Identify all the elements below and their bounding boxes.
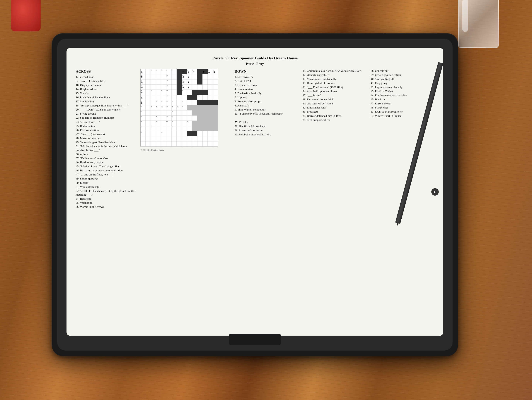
clue-across-50: 50. Elderly	[76, 181, 135, 185]
clue-across-28: 28. Maker of watches	[76, 136, 135, 140]
svg-rect-46	[187, 95, 192, 100]
across-clues-panel: ACROSS 1. Perched upon 8. Historical dat…	[76, 69, 135, 209]
svg-text:17: 17	[140, 80, 142, 81]
clue-across-51: 51. Very unfortunate	[76, 185, 135, 189]
svg-text:28: 28	[140, 95, 142, 97]
svg-text:47: 47	[140, 116, 142, 117]
clue-across-20: 20. "___ Town" (1938 Pulitzer winner)	[76, 108, 135, 111]
svg-text:26: 26	[166, 90, 168, 91]
svg-text:54: 54	[172, 121, 173, 122]
svg-text:39: 39	[156, 106, 157, 107]
clue-down-1: 1. Soft sweaters	[234, 75, 298, 79]
navigation-dot[interactable]	[431, 188, 439, 196]
clue-across-16: 16. Plant that yields emollient	[76, 96, 135, 99]
svg-rect-55	[192, 121, 218, 131]
clue-across-40: 40. Hard to read, maybe	[76, 160, 135, 164]
svg-text:52: 52	[156, 121, 157, 122]
clue-down-48: 48. Star pitcher?	[371, 106, 434, 109]
svg-text:A: A	[141, 71, 142, 73]
svg-text:S: S	[141, 102, 142, 104]
clue-down-3: 3. Get carried away	[234, 83, 298, 87]
down-col1: DOWN 1. Soft sweaters 2. Part of TNT 3. …	[234, 69, 298, 209]
svg-rect-41	[177, 85, 182, 90]
svg-rect-39	[177, 79, 182, 85]
svg-rect-49	[203, 100, 208, 105]
down-col2: 11. Children's classic set in New York's…	[303, 69, 366, 209]
clue-down-27: 27. "___ is life"	[303, 93, 366, 97]
svg-text:13: 13	[213, 70, 214, 71]
clue-across-22: 22. Sad tale of Humbert Humbert	[76, 116, 135, 120]
clue-across-36: 36. Apiece	[76, 152, 135, 156]
svg-rect-42	[177, 90, 182, 95]
svg-rect-51	[213, 100, 218, 105]
red-cup	[11, 0, 41, 31]
clue-down-5: 5. Dealership, basically	[234, 92, 298, 95]
clue-down-57: 57. Vicinity	[234, 120, 298, 124]
svg-text:A: A	[208, 71, 210, 73]
clue-down-42: 42. Lapse, as a membership	[371, 86, 434, 89]
svg-rect-48	[197, 100, 203, 105]
clue-down-24: 24. Apartheid opponent Steve	[303, 89, 366, 93]
clue-across-56: 56. Warms up the crowd	[76, 205, 135, 209]
svg-text:G: G	[141, 81, 143, 83]
svg-text:43: 43	[177, 106, 178, 107]
svg-text:35: 35	[172, 101, 173, 102]
svg-text:38: 38	[151, 106, 152, 107]
svg-rect-35	[197, 69, 203, 74]
svg-text:N: N	[141, 76, 142, 78]
content-area: ACROSS 1. Perched upon 8. Historical dat…	[76, 69, 434, 209]
clue-down-2: 2. Part of TNT	[234, 79, 298, 83]
clue-down-60: 60. Pol. body dissolved in 1991	[234, 133, 298, 136]
clue-across-52: 52. "... all of it handsomely lit by the…	[76, 189, 135, 197]
svg-text:46: 46	[172, 111, 173, 112]
svg-text:45: 45	[140, 111, 142, 112]
clue-across-49: 49. Series openers?	[76, 177, 135, 181]
svg-text:19: 19	[182, 80, 183, 81]
down-col3: 38. Cancels out 39. Cowed spouse's refra…	[371, 69, 434, 209]
clue-across-14: 14. Brightened star	[76, 87, 135, 91]
scene: Puzzle 30: Rev. Spooner Builds His Dream…	[0, 0, 532, 400]
svg-text:24: 24	[151, 90, 152, 91]
svg-text:23: 23	[140, 90, 142, 91]
svg-rect-47	[192, 95, 197, 100]
clue-down-34: 34. Darrow defended him in 1924	[303, 114, 366, 118]
svg-text:11: 11	[203, 70, 204, 71]
clue-down-32: 32. Empathizes with	[303, 106, 366, 109]
svg-text:53: 53	[166, 121, 168, 122]
clue-down-21: 21. "___ Frankenstein" (1939 film)	[303, 86, 366, 89]
clue-across-31: 31. "My favorite area is the den, which …	[76, 144, 135, 152]
clue-across-37: 37. "Deliverance" actor Cox	[76, 156, 135, 160]
clue-across-8: 8. Historical date qualifier	[76, 79, 135, 83]
clue-down-41: 41. Easygoing	[371, 81, 434, 85]
svg-text:22: 22	[182, 85, 183, 86]
svg-text:14: 14	[140, 75, 142, 76]
svg-text:18: 18	[166, 80, 168, 81]
clue-down-10: 10. "Symphony of a Thousand" composer	[234, 112, 298, 116]
svg-text:O: O	[183, 76, 184, 78]
across-header: ACROSS	[76, 69, 135, 74]
svg-rect-56	[187, 131, 192, 136]
tablet-screen[interactable]: Puzzle 30: Rev. Spooner Builds His Dream…	[66, 48, 443, 336]
svg-text:O: O	[188, 71, 189, 73]
svg-text:50: 50	[172, 116, 173, 117]
clue-across-18: 18. "It's a picturesque little house wit…	[76, 104, 135, 107]
clue-across-25: 25. Radio button	[76, 124, 135, 128]
svg-text:29: 29	[166, 95, 168, 97]
svg-text:34: 34	[166, 101, 168, 102]
svg-text:21: 21	[166, 85, 168, 86]
svg-text:56: 56	[140, 126, 142, 128]
clue-down-38: 38. Cancels out	[371, 69, 434, 73]
down-header: DOWN	[234, 69, 298, 74]
crossword-svg[interactable]: A N G O R A S T O P	[140, 69, 218, 147]
svg-text:27: 27	[182, 90, 183, 91]
svg-text:33: 33	[161, 101, 163, 102]
crossword-grid-area[interactable]: A N G O R A S T O P	[140, 69, 229, 209]
svg-rect-38	[197, 74, 203, 79]
tablet-strap	[229, 334, 281, 345]
clue-across-17: 17. Small valley	[76, 100, 135, 103]
clue-down-29: 29. Fermented honey drink	[303, 98, 366, 101]
clue-across-46: 46. Big name in wireless communication	[76, 169, 135, 172]
water-glass	[458, 0, 499, 48]
svg-text:40: 40	[161, 106, 163, 107]
clue-across-47: 47. "... and on the floor, two ___"	[76, 173, 135, 176]
